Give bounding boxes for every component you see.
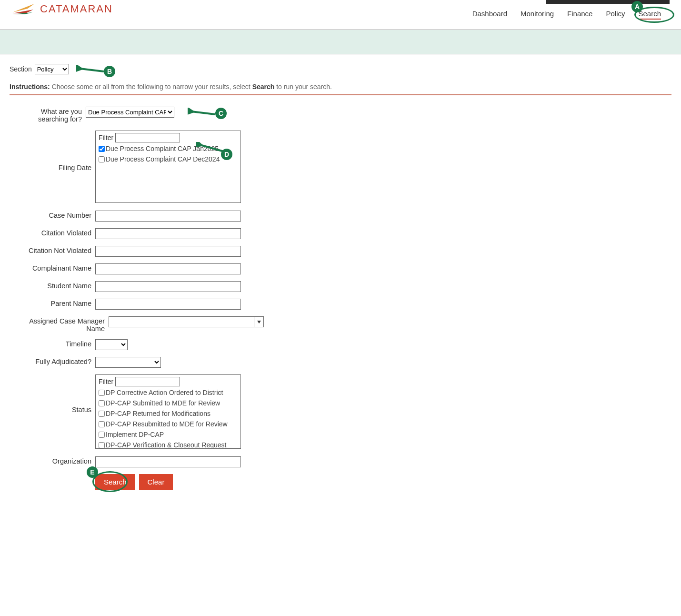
organization-label: Organization bbox=[10, 456, 95, 465]
clear-button[interactable]: Clear bbox=[139, 474, 173, 490]
nav-area: Dashboard Monitoring Finance Policy Sear… bbox=[472, 0, 670, 20]
organization-input[interactable] bbox=[95, 456, 241, 467]
status-checkbox-0[interactable] bbox=[99, 390, 105, 396]
content: Section Policy B Instructions: Choose so… bbox=[0, 54, 681, 509]
instructions-text-post: to run your search. bbox=[274, 83, 332, 91]
status-checkbox-1[interactable] bbox=[99, 400, 105, 406]
parent-name-input[interactable] bbox=[95, 299, 241, 310]
section-select[interactable]: Policy bbox=[35, 64, 69, 74]
row-citation-not-violated: Citation Not Violated bbox=[10, 246, 671, 257]
nav-dashboard[interactable]: Dashboard bbox=[472, 10, 507, 20]
timeline-select[interactable] bbox=[95, 339, 128, 350]
timeline-label: Timeline bbox=[10, 339, 95, 348]
status-option-2-label: DP-CAP Returned for Modifications bbox=[106, 410, 210, 417]
row-complainant-name: Complainant Name bbox=[10, 263, 671, 274]
instructions-label: Instructions: bbox=[10, 83, 50, 91]
button-row: Search Clear E bbox=[95, 474, 671, 490]
citation-not-violated-input[interactable] bbox=[95, 246, 241, 257]
instructions-strong: Search bbox=[252, 83, 275, 91]
status-option-3[interactable]: DP-CAP Resubmitted to MDE for Review bbox=[99, 419, 238, 429]
status-option-1-label: DP-CAP Submitted to MDE for Review bbox=[106, 399, 220, 407]
brand-text: CATAMARAN bbox=[40, 3, 113, 15]
filing-date-option-1[interactable]: Due Process Complaint CAP Dec2024 bbox=[99, 154, 238, 164]
status-label: Status bbox=[10, 374, 95, 414]
status-option-5-label: DP-CAP Verification & Closeout Request S… bbox=[99, 441, 226, 449]
logo: CATAMARAN bbox=[11, 0, 113, 15]
top-black-bar bbox=[546, 0, 670, 4]
nav-monitoring[interactable]: Monitoring bbox=[521, 10, 554, 20]
nav-search[interactable]: Search bbox=[638, 10, 661, 20]
row-organization: Organization bbox=[10, 456, 671, 467]
student-name-input[interactable] bbox=[95, 281, 241, 292]
annotation-c-badge: C bbox=[215, 108, 227, 119]
status-checkbox-5[interactable] bbox=[99, 442, 105, 448]
row-filing-date: Filing Date Filter Due Process Complaint… bbox=[10, 131, 671, 203]
chevron-down-icon bbox=[257, 321, 261, 323]
filing-date-filter-input[interactable] bbox=[115, 133, 180, 142]
row-assigned-cm: Assigned Case Manager Name bbox=[10, 316, 671, 333]
header: CATAMARAN Dashboard Monitoring Finance P… bbox=[0, 0, 681, 30]
svg-line-1 bbox=[191, 111, 215, 114]
status-option-0-label: DP Corrective Action Ordered to District bbox=[106, 389, 223, 396]
citation-not-violated-label: Citation Not Violated bbox=[10, 246, 95, 254]
status-checkbox-2[interactable] bbox=[99, 411, 105, 417]
row-citation-violated: Citation Violated bbox=[10, 228, 671, 239]
instructions: Instructions: Choose some or all from th… bbox=[10, 83, 671, 95]
filing-date-checkbox-1[interactable] bbox=[99, 156, 105, 162]
row-status: Status Filter DP Corrective Action Order… bbox=[10, 374, 671, 449]
citation-violated-input[interactable] bbox=[95, 228, 241, 239]
assigned-cm-dropdown-button[interactable] bbox=[254, 316, 264, 327]
section-label: Section bbox=[10, 65, 32, 73]
status-option-0[interactable]: DP Corrective Action Ordered to District bbox=[99, 387, 238, 398]
status-option-1[interactable]: DP-CAP Submitted to MDE for Review bbox=[99, 398, 238, 408]
status-checkbox-3[interactable] bbox=[99, 421, 105, 427]
complainant-name-input[interactable] bbox=[95, 263, 241, 274]
status-checkbox-4[interactable] bbox=[99, 432, 105, 438]
assigned-cm-input[interactable] bbox=[109, 316, 254, 327]
case-number-label: Case Number bbox=[10, 211, 95, 219]
nav-links: Dashboard Monitoring Finance Policy Sear… bbox=[472, 10, 670, 20]
sub-header-band bbox=[0, 30, 681, 54]
filing-date-option-0-label: Due Process Complaint CAP Jan2025 bbox=[106, 145, 219, 152]
annotation-c-arrow bbox=[188, 108, 219, 118]
nav-finance[interactable]: Finance bbox=[567, 10, 592, 20]
status-option-2[interactable]: DP-CAP Returned for Modifications bbox=[99, 408, 238, 419]
filing-date-option-0[interactable]: Due Process Complaint CAP Jan2025 bbox=[99, 143, 238, 154]
parent-name-label: Parent Name bbox=[10, 299, 95, 307]
filing-date-listbox[interactable]: Filter Due Process Complaint CAP Jan2025… bbox=[95, 131, 241, 203]
filing-date-checkbox-0[interactable] bbox=[99, 146, 105, 152]
status-option-5[interactable]: DP-CAP Verification & Closeout Request S… bbox=[99, 440, 238, 449]
filing-date-option-1-label: Due Process Complaint CAP Dec2024 bbox=[106, 155, 220, 163]
row-case-number: Case Number bbox=[10, 211, 671, 222]
row-timeline: Timeline bbox=[10, 339, 671, 350]
search-for-label: What are you searching for? bbox=[10, 107, 86, 123]
annotation-b-badge: B bbox=[104, 66, 115, 77]
status-filter-input[interactable] bbox=[115, 377, 180, 386]
status-filter-label: Filter bbox=[99, 378, 113, 385]
complainant-name-label: Complainant Name bbox=[10, 263, 95, 272]
status-listbox[interactable]: Filter DP Corrective Action Ordered to D… bbox=[95, 374, 241, 449]
row-fully-adjudicated: Fully Adjudicated? bbox=[10, 357, 671, 368]
status-option-4-label: Implement DP-CAP bbox=[106, 431, 164, 438]
logo-mark-icon bbox=[11, 3, 36, 15]
section-row: Section Policy B bbox=[10, 64, 671, 74]
case-number-input[interactable] bbox=[95, 211, 241, 222]
form-table: What are you searching for? Due Process … bbox=[10, 107, 671, 490]
status-option-3-label: DP-CAP Resubmitted to MDE for Review bbox=[106, 420, 228, 428]
instructions-text-pre: Choose some or all from the following to… bbox=[50, 83, 252, 91]
row-search-for: What are you searching for? Due Process … bbox=[10, 107, 671, 123]
row-student-name: Student Name bbox=[10, 281, 671, 292]
status-option-4[interactable]: Implement DP-CAP bbox=[99, 429, 238, 440]
assigned-cm-label: Assigned Case Manager Name bbox=[10, 316, 109, 333]
fully-adjudicated-select[interactable] bbox=[95, 357, 161, 368]
annotation-b-arrow bbox=[76, 65, 108, 75]
nav-policy[interactable]: Policy bbox=[606, 10, 625, 20]
fully-adjudicated-label: Fully Adjudicated? bbox=[10, 357, 95, 365]
filing-date-label: Filing Date bbox=[10, 131, 95, 172]
row-parent-name: Parent Name bbox=[10, 299, 671, 310]
svg-line-0 bbox=[80, 69, 104, 71]
search-for-select[interactable]: Due Process Complaint CAP bbox=[86, 107, 174, 118]
search-button[interactable]: Search bbox=[95, 474, 135, 490]
student-name-label: Student Name bbox=[10, 281, 95, 290]
filing-date-filter-label: Filter bbox=[99, 134, 113, 141]
